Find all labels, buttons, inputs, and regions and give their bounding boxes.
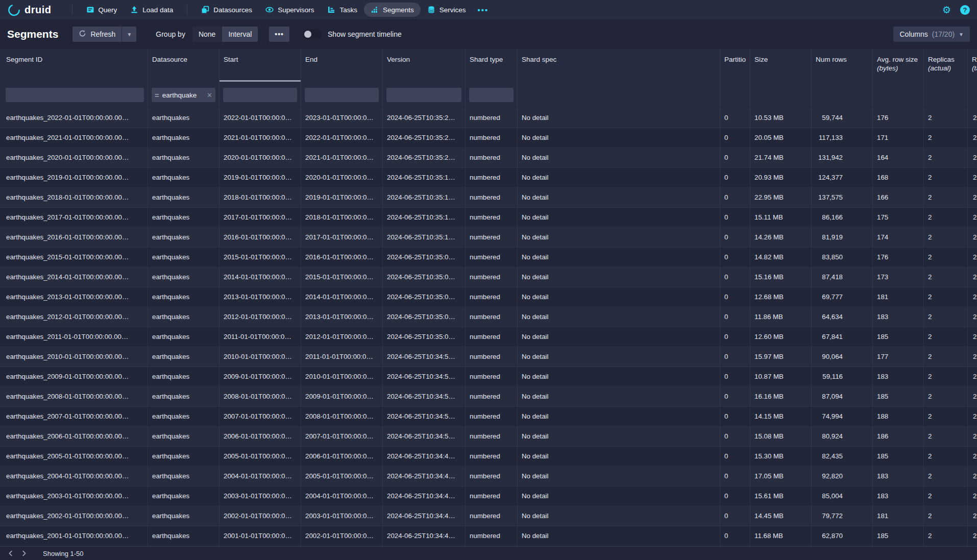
column-header-end[interactable]: End xyxy=(301,49,383,82)
cell-replicas: 2 xyxy=(924,506,968,526)
cell-start: 2003-01-01T00:00:0… xyxy=(219,486,301,506)
cell-size: 20.93 MB xyxy=(750,168,812,187)
column-header-version[interactable]: Version xyxy=(383,49,466,82)
nav-item-query[interactable]: Query xyxy=(80,3,124,17)
cell-avg_row_size: 181 xyxy=(873,287,924,307)
segment-timeline-toggle-label[interactable]: Show segment timeline xyxy=(328,30,402,38)
version-filter-input[interactable] xyxy=(386,88,461,102)
column-label: Segment ID xyxy=(6,56,143,63)
cell-avg_row_size: 185 xyxy=(873,387,924,406)
cell-partition: 0 xyxy=(720,427,750,446)
nav-item-supervisors[interactable]: Supervisors xyxy=(259,3,321,17)
cell-replicas: 2 xyxy=(924,367,968,386)
cell-replicas: 2 xyxy=(924,486,968,506)
nav-item-label: Segments xyxy=(383,6,414,14)
column-label: Partition xyxy=(724,56,746,63)
cell-shard_spec: No detail xyxy=(518,387,720,406)
cell-segment_id: earthquakes_2020-01-01T00:00:00.00… xyxy=(0,148,148,167)
showing-range-label: Showing 1-50 xyxy=(43,550,84,557)
column-header-partition[interactable]: Partition xyxy=(720,49,750,82)
cell-replicas: 2 xyxy=(924,248,968,267)
cell-shard_type: numbered xyxy=(466,267,518,287)
cell-datasource: earthquakes xyxy=(148,287,219,307)
table-row: earthquakes_2009-01-01T00:00:00.00…earth… xyxy=(0,367,977,387)
nav-item-datasources[interactable]: Datasources xyxy=(194,3,259,17)
cell-partition: 0 xyxy=(720,188,750,207)
column-header-avg_row_size[interactable]: Avg. row size(bytes) xyxy=(873,49,924,82)
cell-version: 2024-06-25T10:35:0… xyxy=(383,307,466,327)
shard-type-filter-input[interactable] xyxy=(469,88,514,102)
remove-filter-icon[interactable]: ✕ xyxy=(207,91,212,99)
table-row: earthquakes_2013-01-01T00:00:00.00…earth… xyxy=(0,287,977,307)
cell-datasource: earthquakes xyxy=(148,128,219,148)
druid-logo[interactable]: druid xyxy=(7,3,52,17)
columns-dropdown-button[interactable]: Columns (17/20) ▼ xyxy=(893,27,970,42)
cell-shard_spec: No detail xyxy=(518,228,720,247)
cell-shard_spec: No detail xyxy=(518,128,720,148)
toolbar-more-button[interactable]: ••• xyxy=(269,27,289,42)
cell-num_rows: 69,777 xyxy=(812,287,873,307)
cell-replicas: 2 xyxy=(924,427,968,446)
segment-id-filter-input[interactable] xyxy=(6,88,144,102)
end-filter-input[interactable] xyxy=(305,88,379,102)
cell-shard_spec: No detail xyxy=(518,148,720,167)
column-header-size[interactable]: Size xyxy=(750,49,812,82)
cell-avg_row_size: 174 xyxy=(873,228,924,247)
cell-datasource: earthquakes xyxy=(148,427,219,446)
column-header-datasource[interactable]: Datasource xyxy=(148,49,219,82)
cell-start: 2017-01-01T00:00:0… xyxy=(219,208,301,227)
cell-end: 2009-01-01T00:00:0… xyxy=(301,387,383,406)
cell-datasource: earthquakes xyxy=(148,188,219,207)
datasource-filter-chip[interactable]: = earthquake ✕ xyxy=(152,88,215,102)
refresh-icon xyxy=(79,30,86,39)
nav-item-tasks[interactable]: Tasks xyxy=(321,3,364,17)
cell-start: 2011-01-01T00:00:0… xyxy=(219,327,301,347)
cell-shard_type: numbered xyxy=(466,327,518,347)
cell-end: 2017-01-01T00:00:0… xyxy=(301,228,383,247)
cell-end: 2007-01-01T00:00:0… xyxy=(301,427,383,446)
previous-page-button[interactable] xyxy=(4,548,17,559)
cell-size: 15.97 MB xyxy=(750,347,812,367)
cell-replicas: 2 xyxy=(924,347,968,367)
help-icon[interactable]: ? xyxy=(960,5,970,15)
column-header-shard_type[interactable]: Shard type xyxy=(466,49,518,82)
cell-repl_factor: 2 xyxy=(968,367,977,386)
cell-start: 2002-01-01T00:00:0… xyxy=(219,506,301,526)
cell-num_rows: 74,994 xyxy=(812,407,873,426)
cell-num_rows: 90,064 xyxy=(812,347,873,367)
refresh-button[interactable]: Refresh xyxy=(72,27,121,42)
nav-item-load-data[interactable]: Load data xyxy=(124,3,180,17)
table-row: earthquakes_2006-01-01T00:00:00.00…earth… xyxy=(0,427,977,447)
next-page-button[interactable] xyxy=(17,548,31,559)
cell-segment_id: earthquakes_2004-01-01T00:00:00.00… xyxy=(0,467,148,486)
cell-num_rows: 79,772 xyxy=(812,506,873,526)
nav-item-services[interactable]: Services xyxy=(421,3,473,17)
column-header-start[interactable]: Start xyxy=(219,49,301,82)
cell-datasource: earthquakes xyxy=(148,526,219,546)
refresh-dropdown-button[interactable]: ▼ xyxy=(122,27,136,42)
cell-size: 14.45 MB xyxy=(750,506,812,526)
group-by-interval-button[interactable]: Interval xyxy=(222,27,258,42)
cell-end: 2008-01-01T00:00:0… xyxy=(301,407,383,426)
load-data-icon xyxy=(130,6,138,14)
cell-shard_spec: No detail xyxy=(518,108,720,128)
nav-more-button[interactable]: ••• xyxy=(472,6,494,14)
group-by-none-button[interactable]: None xyxy=(192,27,222,42)
cell-size: 10.87 MB xyxy=(750,367,812,386)
segment-timeline-toggle[interactable] xyxy=(303,29,322,39)
cell-end: 2020-01-01T00:00:0… xyxy=(301,168,383,187)
column-header-repl_factor[interactable]: Replication factor(target) xyxy=(968,49,977,82)
cell-version: 2024-06-25T10:34:5… xyxy=(383,407,466,426)
column-header-num_rows[interactable]: Num rows xyxy=(812,49,873,82)
nav-item-segments[interactable]: Segments xyxy=(364,3,421,17)
cell-datasource: earthquakes xyxy=(148,248,219,267)
table-row: earthquakes_2015-01-01T00:00:00.00…earth… xyxy=(0,248,977,267)
column-header-replicas[interactable]: Replicas(actual) xyxy=(924,49,968,82)
cell-shard_type: numbered xyxy=(466,188,518,207)
column-header-shard_spec[interactable]: Shard spec xyxy=(518,49,720,82)
table-row: earthquakes_2003-01-01T00:00:00.00…earth… xyxy=(0,486,977,506)
column-header-segment_id[interactable]: Segment ID xyxy=(0,49,148,82)
cell-version: 2024-06-25T10:34:5… xyxy=(383,427,466,446)
start-filter-input[interactable] xyxy=(223,88,297,102)
gear-icon[interactable]: ⚙ xyxy=(942,5,951,15)
